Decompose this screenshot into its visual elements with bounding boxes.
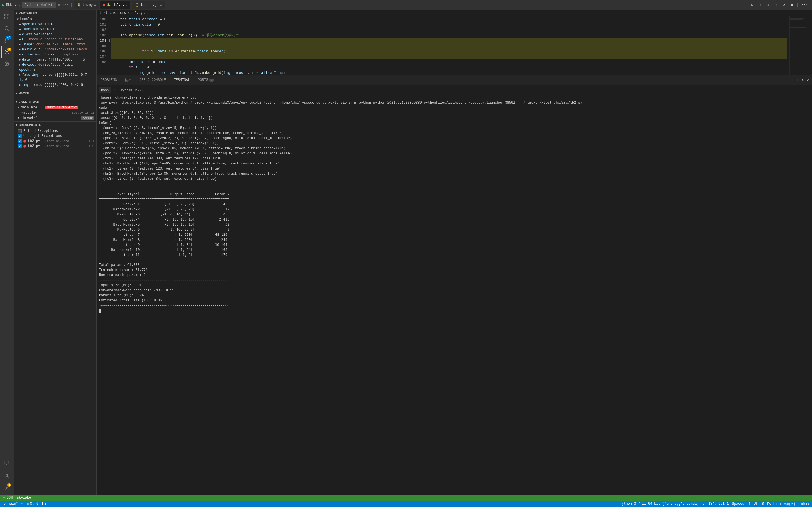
var-special[interactable]: ▶ special variables [13,22,96,27]
svg-rect-19 [790,23,803,23]
activity-search[interactable] [1,23,12,34]
callstack-header[interactable]: ▼ CALL STACK [13,98,96,105]
panel-content[interactable]: bash ⚠ Python De... (base) [chx@skylake … [97,86,812,495]
tab-tb2[interactable]: 🐍 tb2.py ✕ [100,1,130,9]
callstack-main-thread[interactable]: ▼ MainThre... PAUSED ON BREAKPOINT [13,105,96,110]
step-into-btn[interactable]: ↡ [765,2,771,8]
terminal-conv2: (conv2): Conv2d(6, 16, kernel_size=(5, 5… [99,141,810,146]
bp-tb2-192-path: ~/test_chx/src [43,145,69,148]
tab-close[interactable]: ✕ [94,3,96,7]
indent-size[interactable]: Spaces: 4 [732,502,750,506]
var-epoch[interactable]: epoch: 0 [13,67,96,72]
tab-launch[interactable]: {} launch.js ✕ [132,1,164,9]
terminal-maxpool-3: MaxPool2d-3 [-1, 6, 14, 14] 0 [99,212,810,217]
status-errors[interactable]: ✕ 0 ⚠ 0 [27,502,38,506]
tab-icon2: 🐍 [107,3,111,7]
tab-output[interactable]: 输出 [121,75,136,86]
debug-config-more[interactable]: ••• [62,3,68,7]
activity-source-control[interactable]: 45 [1,35,12,46]
terminal-python-tab[interactable]: Python De... [119,87,146,93]
breadcrumb-src[interactable]: src [120,11,126,15]
bp-tb2-192-checkbox[interactable]: ✓ [18,145,22,148]
bp-uncaught-checkbox[interactable]: ✓ [18,134,22,138]
bp-tb2-192[interactable]: ✓ tb2.py ~/test_chx/src 192 [13,144,96,149]
debug-config-label[interactable]: Python: 当前文件 [22,2,56,8]
panel-maximize-btn[interactable]: ∧ [801,78,805,82]
source-control-badge: 45 [6,36,11,39]
activity-remote[interactable] [1,457,12,469]
bp-uncaught-exceptions[interactable]: ✓ Uncaught Exceptions [13,133,96,138]
ssh-label[interactable]: SSH: skylake [7,496,31,500]
stop-btn[interactable]: ■ [789,2,795,8]
terminal-total-params: Total params: 61,778 [99,263,810,268]
var-function[interactable]: ▶ function variables [13,27,96,32]
activity-extensions[interactable] [1,58,12,69]
info-count: 2 [44,502,46,506]
debug-badge: 1 [7,48,11,51]
activity-settings[interactable]: 1 [1,482,12,494]
tab-close2[interactable]: ✕ [126,3,128,7]
var-data[interactable]: ▶ data: [tensor([[[[0.4608, ....5... [13,57,96,62]
breakpoints-header[interactable]: ▼ BREAKPOINTS [13,122,96,128]
breadcrumb-root[interactable]: test_chx [100,11,116,15]
more-actions-btn[interactable]: ••• [800,2,810,8]
status-info[interactable]: ℹ 2 [42,502,46,506]
python-version[interactable]: Python 3.7.11 64-bit ('env_pyg': conda) [620,502,699,506]
restart-btn[interactable]: ↺ [781,2,787,8]
callstack-frame-module[interactable]: <module> tb2.py 184:1 [13,110,96,115]
tab-tb[interactable]: 🐍 tb.py ✕ [74,1,99,9]
cursor-position[interactable]: Ln 184, Col 1 [702,502,729,506]
eol-label[interactable]: Python: 当前文件 (chx) [767,502,809,506]
var-i[interactable]: i: 0 [13,77,96,82]
tab-close3[interactable]: ✕ [160,3,162,7]
step-over-btn[interactable]: ↷ [757,2,763,8]
var-F[interactable]: ▶ F: <module 'torch.nn.functional'... [13,37,96,42]
bp-tb2-184[interactable]: ✓ tb2.py ~/test_chx/src 184 [13,138,96,144]
continue-btn[interactable]: ▶ [749,2,756,8]
svg-point-4 [5,26,8,30]
status-right: Python 3.7.11 64-bit ('env_pyg': conda) … [620,502,809,506]
content-area: test_chx › src › tb2.py › ... 180 181 18… [97,10,812,495]
panel-add-btn[interactable]: + [796,78,800,82]
tab-terminal[interactable]: TERMINAL [170,75,194,86]
var-device[interactable]: ▶ device: device(type='cuda') [13,62,96,67]
activity-account[interactable] [1,470,12,482]
terminal-bash-tab[interactable]: bash [99,87,111,93]
var-basic-dir[interactable]: ▶ basic_dir: '/home/chx/test_chx/s... [13,47,96,52]
tab-debug-console[interactable]: DEBUG CONSOLE [136,75,170,86]
var-Image[interactable]: ▶ Image: <module 'PIL.Image' from ... [13,42,96,47]
editor-content[interactable]: tot_train_correct = 0 tot_train_data = 0… [109,16,790,75]
tab-problems[interactable]: PROBLEMS [97,75,121,86]
debug-config-gear[interactable]: ⚙ [58,3,60,7]
info-icon: ℹ [42,502,43,506]
bp-raised-checkbox[interactable] [18,129,22,133]
watch-header[interactable]: ▼ WATCH [13,90,96,97]
bp-tb2-184-checkbox[interactable]: ✓ [18,139,22,143]
panel-close-btn[interactable]: ✕ [806,78,810,82]
encoding[interactable]: UTF-8 [754,502,764,506]
var-img[interactable]: ▶ img: tensor([[[[0.4608, 0.4216... [13,82,96,88]
svg-rect-18 [790,22,807,22]
var-fake-img[interactable]: ▶ fake_img: tensor([[[[0.9551, 0.7... [13,72,96,77]
bp-raised-exceptions[interactable]: Raised Exceptions [13,128,96,133]
run-button[interactable]: ▶ [2,3,4,7]
callstack-thread7[interactable]: ▶ Thread-7 PAUSED [13,115,96,120]
title-bar: ▶ RUN ... Python: 当前文件 ⚙ ••• 🐍 tb.py ✕ 🐍… [0,0,812,10]
var-criterion[interactable]: ▶ criterion: CrossEntropyLoss() [13,52,96,57]
breadcrumb-more[interactable]: ... [147,11,153,15]
variables-header[interactable]: ▼ VARIABLES [13,10,96,17]
activity-explorer[interactable] [1,11,12,22]
step-out-btn[interactable]: ↟ [773,2,779,8]
status-sync[interactable]: ↻ [21,502,23,506]
breadcrumb-file[interactable]: tb2.py [131,11,143,15]
locals-item[interactable]: ▼ Locals [13,17,96,22]
thread7-paused-badge: PAUSED [81,116,94,120]
status-branch[interactable]: ⎇ main* [3,502,18,506]
terminal-close-paren: ) [99,181,810,186]
activity-debug[interactable]: 1 [1,47,12,58]
svg-rect-2 [4,17,6,19]
var-class[interactable]: ▶ class variables [13,32,96,37]
tab-ports[interactable]: PORTS 2 [194,75,218,86]
svg-point-13 [6,474,8,476]
variables-label: VARIABLES [19,11,37,15]
